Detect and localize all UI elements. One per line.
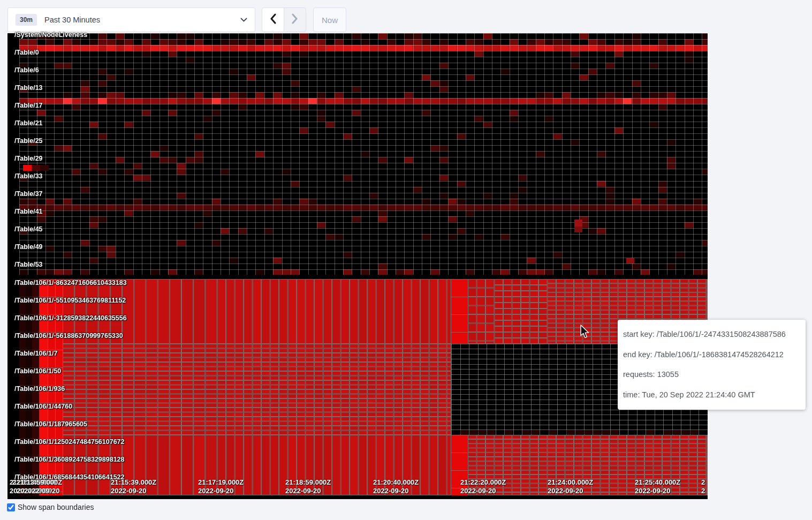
now-button[interactable]: Now: [313, 7, 346, 32]
chevron-left-icon: [270, 13, 276, 26]
key-visualizer-page: 30m Past 30 Minutes Now /System/NodeLive…: [0, 0, 812, 520]
show-span-boundaries-checkbox[interactable]: [7, 503, 15, 511]
time-range-label: Past 30 Minutes: [44, 16, 233, 24]
show-span-boundaries-row[interactable]: Show span boundaries: [7, 503, 94, 511]
chevron-down-icon: [240, 15, 247, 25]
next-interval-button[interactable]: [284, 7, 306, 32]
keyviz-heatmap-canvas[interactable]: [7, 33, 708, 499]
time-range-badge: 30m: [16, 14, 37, 26]
previous-interval-button[interactable]: [262, 7, 284, 32]
time-range-dropdown[interactable]: 30m Past 30 Minutes: [7, 7, 255, 32]
show-span-boundaries-label: Show span boundaries: [18, 503, 94, 511]
chevron-right-icon: [292, 13, 298, 26]
time-nav-button-group: [262, 7, 306, 32]
